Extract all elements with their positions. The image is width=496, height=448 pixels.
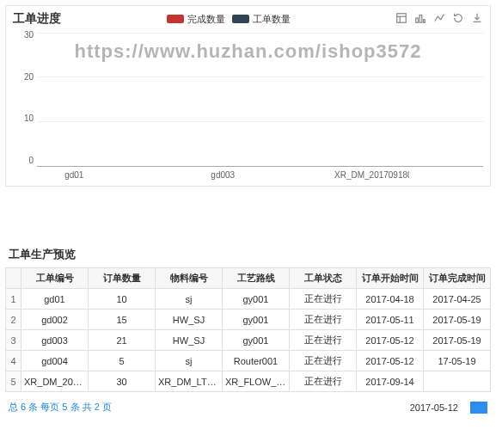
spacer [0,192,496,235]
cell: sj [156,289,223,310]
x-tick [260,170,335,180]
table-footer: 总 6 条 每页 5 条 共 2 页 2017-05-12 [0,392,496,419]
table-row[interactable]: 5XR_DM_2017...30XR_DM_LT12...XR_FLOW_S..… [6,371,491,392]
cell: gd002 [21,310,89,330]
cell: 2017-05-19 [424,330,491,351]
cell: HW_SJ [156,310,223,330]
table-body: 1gd0110sjgy001正在进行2017-04-182017-04-252g… [6,289,491,392]
chart-toolbox [395,12,483,27]
grid-line [37,33,483,34]
y-tick: 30 [13,30,34,40]
col-header[interactable]: 工单状态 [290,268,357,289]
chart-area: https://www.huzhan.com/ishop3572 3020100… [13,30,483,181]
legend-swatch [167,15,184,23]
chart-panel: 工单进度 完成数量 工单数量 https://www.huzhan.com/is… [5,5,491,187]
y-tick: 20 [13,72,34,82]
table-section-title: 工单生产预览 [0,235,496,267]
table-row[interactable]: 3gd00321HW_SJgy001正在进行2017-05-122017-05-… [6,330,491,351]
cell: 2017-05-12 [357,351,424,371]
grid-line [37,77,483,77]
chart-legend: 完成数量 工单数量 [167,13,291,26]
cell: gy001 [223,289,290,310]
cell: gy001 [223,310,290,330]
cell: 21 [89,330,156,351]
y-tick: 0 [13,156,34,165]
legend-item-completed[interactable]: 完成数量 [167,13,225,26]
chart-header: 工单进度 完成数量 工单数量 [13,11,483,30]
grid-line [37,121,483,122]
cell: 正在进行 [290,289,357,310]
y-tick: 10 [13,114,34,123]
cell: 2017-04-25 [424,289,491,310]
cell-rownum: 4 [6,351,21,371]
svg-rect-4 [419,15,422,22]
x-tick: gd003 [186,170,260,180]
cell: 10 [89,289,156,310]
cell: gd004 [21,351,89,371]
cell: Router001 [223,351,290,371]
col-header[interactable]: 物料编号 [156,268,223,289]
x-axis: gd01gd003XR_DM_201709180001 [37,167,483,180]
col-rownum [6,268,21,289]
legend-label: 工单数量 [253,13,291,26]
legend-label: 完成数量 [187,13,225,26]
cell: XR_DM_LT12... [156,371,223,392]
cell-rownum: 5 [6,371,21,392]
cell-rownum: 3 [6,330,21,351]
cell: 正在进行 [290,330,357,351]
table-row[interactable]: 1gd0110sjgy001正在进行2017-04-182017-04-25 [6,289,491,310]
cell-rownum: 2 [6,310,21,330]
col-header[interactable]: 订单完成时间 [424,268,491,289]
legend-swatch [232,15,249,23]
cell: gd01 [21,289,89,310]
col-header[interactable]: 订单开始时间 [357,268,424,289]
x-tick [112,170,187,180]
cell: 2017-05-19 [424,310,491,330]
line-chart-icon[interactable] [433,12,445,27]
table-row[interactable]: 2gd00215HW_SJgy001正在进行2017-05-112017-05-… [6,310,491,330]
cell: 2017-04-18 [357,289,424,310]
cell: 正在进行 [290,310,357,330]
cell: 30 [89,371,156,392]
cell-rownum: 1 [6,289,21,310]
extra-date: 2017-05-12 [410,402,458,413]
y-axis: 3020100 [13,30,34,165]
chart-plot [37,34,483,167]
chart-title: 工单进度 [13,11,61,27]
cell: gd003 [21,330,89,351]
cell: gy001 [223,330,290,351]
cell: 5 [89,351,156,371]
cell: 17-05-19 [424,351,491,371]
x-tick: XR_DM_201709180001 [334,170,409,180]
cell: XR_FLOW_S... [223,371,290,392]
svg-rect-3 [416,18,419,22]
svg-rect-5 [424,19,426,22]
data-view-icon[interactable] [395,12,407,27]
table-head: 工单编号订单数量物料编号工艺路线工单状态订单开始时间订单完成时间 [6,268,491,289]
page-indicator[interactable] [470,402,487,414]
x-tick: gd01 [37,170,112,180]
cell: XR_DM_2017... [21,371,89,392]
bar-chart-icon[interactable] [414,12,426,27]
cell: 正在进行 [290,351,357,371]
col-header[interactable]: 工单编号 [21,268,89,289]
cell: 2017-05-12 [357,330,424,351]
cell: sj [156,351,223,371]
cell: 正在进行 [290,371,357,392]
orders-table: 工单编号订单数量物料编号工艺路线工单状态订单开始时间订单完成时间 1gd0110… [5,267,491,392]
pager-controls: 2017-05-12 [410,402,487,414]
col-header[interactable]: 订单数量 [89,268,156,289]
col-header[interactable]: 工艺路线 [223,268,290,289]
pager-summary: 总 6 条 每页 5 条 共 2 页 [9,401,112,414]
cell [424,371,491,392]
cell: HW_SJ [156,330,223,351]
cell: 2017-09-14 [357,371,424,392]
svg-rect-0 [397,13,407,22]
x-tick [409,170,484,180]
table-row[interactable]: 4gd0045sjRouter001正在进行2017-05-1217-05-19 [6,351,491,371]
cell: 15 [89,310,156,330]
cell: 2017-05-11 [357,310,424,330]
download-icon[interactable] [471,12,483,27]
legend-item-orders[interactable]: 工单数量 [232,13,291,26]
restore-icon[interactable] [452,12,464,27]
